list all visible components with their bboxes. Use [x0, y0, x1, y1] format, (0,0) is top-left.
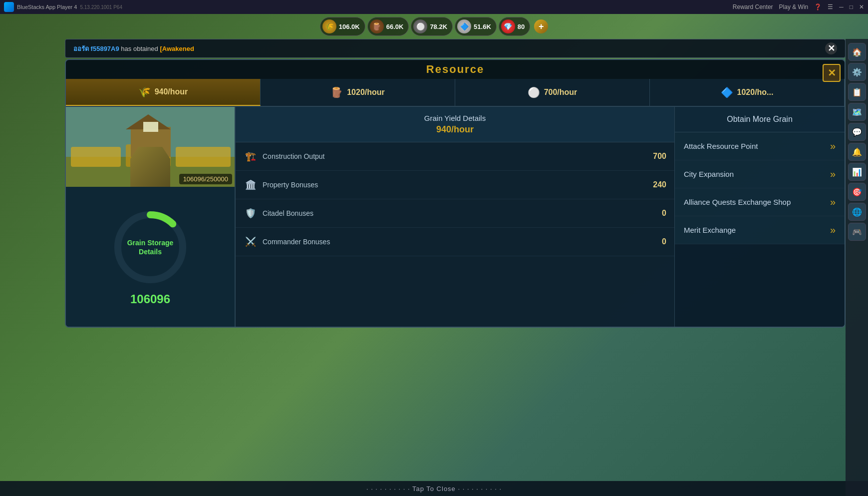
modal-close-btn[interactable]: ✕: [823, 64, 841, 82]
citadel-label: Citadel Bonuses: [263, 209, 646, 217]
toolbar-settings[interactable]: ⚙️: [848, 63, 866, 81]
toolbar-chat[interactable]: 💬: [848, 123, 866, 141]
help-btn[interactable]: ❓: [814, 3, 822, 10]
city-expansion-label: City Expansion: [684, 169, 824, 179]
alliance-quests-btn[interactable]: Alliance Quests Exchange Shop »: [675, 188, 845, 216]
citadel-value: 0: [651, 209, 666, 218]
stone-resource[interactable]: ⚪ 78.2K: [411, 17, 453, 36]
toolbar-map[interactable]: 🗺️: [848, 103, 866, 121]
grain-storage-label1: Grain Storage: [127, 238, 174, 247]
svg-marker-7: [143, 122, 158, 132]
announcement-bar: ออรัด f55897A9 has obtained [Awakened ✕: [65, 39, 846, 58]
tab-grain-value: 940/hour: [155, 87, 188, 96]
merit-exchange-btn[interactable]: Merit Exchange »: [675, 216, 845, 244]
grain-resource[interactable]: 🌾 106.0K: [320, 17, 365, 36]
resource-tabs: 🌾 940/hour 🪵 1020/hour ⚪ 700/hour 🔷 1020…: [66, 79, 845, 107]
grain-current-value: 106096: [130, 292, 170, 306]
resource-modal: ออรัด f55897A9 has obtained [Awakened ✕ …: [65, 39, 846, 481]
gem-resource[interactable]: 💎 80: [499, 17, 530, 36]
property-value: 240: [651, 180, 666, 189]
ring-label: Grain Storage Details: [110, 207, 190, 287]
farm-image: 106096/250000: [66, 107, 235, 187]
farm-storage-label: 106096/250000: [179, 174, 232, 184]
announcement-text: ออรัด f55897A9 has obtained [Awakened: [73, 43, 194, 54]
silver-resource[interactable]: 🔷 51.6K: [455, 17, 497, 36]
merit-exchange-arrow: »: [830, 224, 836, 236]
bluestacks-logo: [4, 2, 14, 12]
commander-label: Commander Bonuses: [263, 238, 646, 246]
right-content: Grain Yield Details 940/hour 🏗️ Construc…: [236, 107, 845, 327]
city-expansion-arrow: »: [830, 168, 836, 180]
alliance-quests-arrow: »: [830, 196, 836, 208]
titlebar-controls: Reward Center Play & Win ❓ ☰ ─ □ ✕: [733, 3, 864, 10]
side-toolbar: 🏠 ⚙️ 📋 🗺️ 💬 🔔 📊 🎯 🌐 🎮: [846, 39, 868, 496]
announce-item: [Awakened: [160, 45, 194, 52]
minimize-btn[interactable]: ─: [839, 3, 844, 10]
tab-stone[interactable]: ⚪ 700/hour: [455, 79, 650, 106]
close-btn[interactable]: ✕: [859, 3, 864, 10]
construction-label: Construction Output: [263, 152, 646, 160]
grain-value: 106.0K: [339, 23, 360, 30]
play-win-btn[interactable]: Play & Win: [779, 3, 809, 10]
tab-grain[interactable]: 🌾 940/hour: [66, 79, 261, 106]
tab-wood-icon: 🪵: [330, 86, 343, 98]
attack-resource-btn[interactable]: Attack Resource Point »: [675, 132, 845, 160]
storage-ring-container: Grain Storage Details 106096: [100, 187, 200, 327]
tab-silver[interactable]: 🔷 1020/ho...: [650, 79, 845, 106]
stone-icon: ⚪: [413, 19, 427, 33]
tab-grain-icon: 🌾: [138, 86, 151, 98]
bottom-bar: · · · · · · · · · · Tap To Close · · · ·…: [0, 481, 868, 496]
detail-row-citadel: 🛡️ Citadel Bonuses 0: [236, 199, 674, 228]
gem-icon: 💎: [501, 19, 515, 33]
property-icon: 🏛️: [244, 178, 258, 192]
svg-rect-2: [71, 147, 121, 167]
toolbar-globe[interactable]: 🌐: [848, 203, 866, 221]
toolbar-game[interactable]: 🎮: [848, 223, 866, 241]
tap-close-label[interactable]: · · · · · · · · · · Tap To Close · · · ·…: [366, 485, 502, 493]
menu-btn[interactable]: ☰: [828, 3, 833, 10]
detail-row-property: 🏛️ Property Bonuses 240: [236, 171, 674, 199]
tab-silver-icon: 🔷: [721, 86, 733, 98]
detail-rows: 🏗️ Construction Output 700 🏛️ Property B…: [236, 142, 674, 256]
gem-value: 80: [518, 23, 525, 30]
left-panel: 106096/250000 Grain Storage Details 106: [66, 107, 236, 327]
detail-title: Grain Yield Details: [244, 114, 666, 122]
svg-rect-4: [176, 147, 231, 167]
wood-icon: 🪵: [370, 19, 384, 33]
attack-resource-label: Attack Resource Point: [684, 141, 824, 151]
detail-row-construction: 🏗️ Construction Output 700: [236, 142, 674, 171]
toolbar-clipboard[interactable]: 📋: [848, 83, 866, 101]
tab-wood[interactable]: 🪵 1020/hour: [261, 79, 455, 106]
add-resource-btn[interactable]: +: [534, 19, 548, 33]
merit-exchange-label: Merit Exchange: [684, 225, 824, 235]
wood-resource[interactable]: 🪵 66.0K: [367, 17, 409, 36]
announce-close-btn[interactable]: ✕: [825, 42, 837, 54]
resource-bar: 🌾 106.0K 🪵 66.0K ⚪ 78.2K 🔷 51.6K 💎 80 +: [0, 14, 868, 39]
resource-panel: ✕ Resource 🌾 940/hour 🪵 1020/hour ⚪ 700/…: [65, 59, 846, 328]
toolbar-target[interactable]: 🎯: [848, 183, 866, 201]
detail-rate: 940/hour: [244, 124, 666, 135]
toolbar-bell[interactable]: 🔔: [848, 143, 866, 161]
silver-icon: 🔷: [457, 19, 471, 33]
alliance-quests-label: Alliance Quests Exchange Shop: [684, 197, 824, 207]
construction-value: 700: [651, 152, 666, 161]
detail-header: Grain Yield Details 940/hour: [236, 107, 674, 142]
modal-title: Resource: [66, 60, 845, 79]
city-expansion-btn[interactable]: City Expansion »: [675, 160, 845, 188]
construction-icon: 🏗️: [244, 149, 258, 163]
close-x-icon: ✕: [828, 67, 836, 79]
reward-center-btn[interactable]: Reward Center: [733, 3, 773, 10]
tab-wood-value: 1020/hour: [347, 88, 385, 97]
app-title: BlueStacks App Player 4: [17, 4, 77, 10]
commander-value: 0: [651, 237, 666, 246]
toolbar-stats[interactable]: 📊: [848, 163, 866, 181]
toolbar-home[interactable]: 🏠: [848, 43, 866, 61]
maximize-btn[interactable]: □: [850, 3, 853, 10]
detail-panel: Grain Yield Details 940/hour 🏗️ Construc…: [236, 107, 675, 327]
tab-stone-value: 700/hour: [544, 88, 578, 97]
titlebar: BlueStacks App Player 4 5.13.220.1001 P6…: [0, 0, 868, 14]
grain-storage-label2: Details: [139, 247, 162, 256]
property-label: Property Bonuses: [263, 181, 646, 189]
storage-ring: Grain Storage Details: [110, 207, 190, 287]
obtain-panel: Obtain More Grain Attack Resource Point …: [675, 107, 845, 327]
